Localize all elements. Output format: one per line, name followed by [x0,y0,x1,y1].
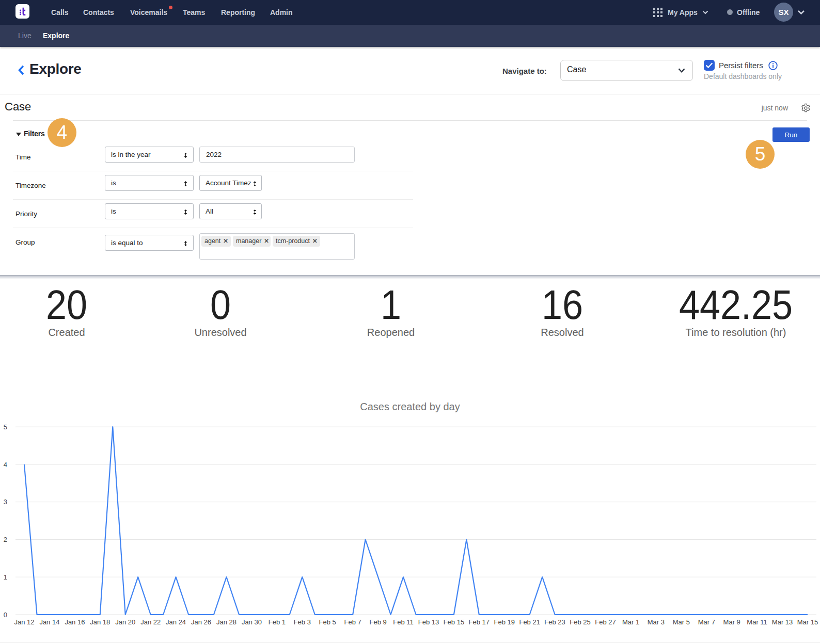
svg-text:Feb 5: Feb 5 [319,618,336,626]
svg-text:Jan 20: Jan 20 [115,618,135,626]
svg-text:4: 4 [4,461,7,469]
svg-text:Feb 17: Feb 17 [469,618,490,626]
svg-text:Mar 5: Mar 5 [673,618,690,626]
svg-text:Mar 3: Mar 3 [648,618,665,626]
svg-text:Feb 21: Feb 21 [519,618,540,626]
svg-text:Feb 11: Feb 11 [393,618,414,626]
svg-text:3: 3 [4,498,7,506]
svg-text:Feb 13: Feb 13 [418,618,439,626]
svg-text:Mar 7: Mar 7 [698,618,715,626]
svg-text:0: 0 [4,611,7,619]
svg-text:Feb 19: Feb 19 [494,618,515,626]
svg-text:Jan 22: Jan 22 [140,618,161,626]
svg-text:Mar 15: Mar 15 [797,618,818,626]
svg-text:1: 1 [4,573,7,581]
svg-text:Jan 30: Jan 30 [242,618,262,626]
svg-text:Jan 14: Jan 14 [39,618,59,626]
svg-text:Mar 13: Mar 13 [772,618,793,626]
svg-text:Jan 12: Jan 12 [14,618,34,626]
svg-text:Jan 16: Jan 16 [65,618,85,626]
svg-text:Jan 28: Jan 28 [216,618,236,626]
svg-text:Jan 26: Jan 26 [191,618,211,626]
svg-text:Feb 3: Feb 3 [294,618,311,626]
svg-text:Feb 1: Feb 1 [269,618,286,626]
svg-text:2: 2 [4,536,7,543]
svg-text:Mar 11: Mar 11 [747,618,767,626]
svg-text:Jan 18: Jan 18 [90,618,110,626]
svg-text:5: 5 [4,423,7,431]
svg-text:Mar 1: Mar 1 [622,618,639,626]
svg-text:Feb 9: Feb 9 [369,618,386,626]
svg-text:Feb 25: Feb 25 [570,618,590,626]
svg-text:Jan 24: Jan 24 [166,618,186,626]
svg-text:Mar 9: Mar 9 [723,618,740,626]
svg-text:Feb 15: Feb 15 [444,618,464,626]
svg-text:Feb 23: Feb 23 [544,618,565,626]
svg-text:Feb 27: Feb 27 [595,618,616,626]
svg-text:Feb 7: Feb 7 [344,618,361,626]
